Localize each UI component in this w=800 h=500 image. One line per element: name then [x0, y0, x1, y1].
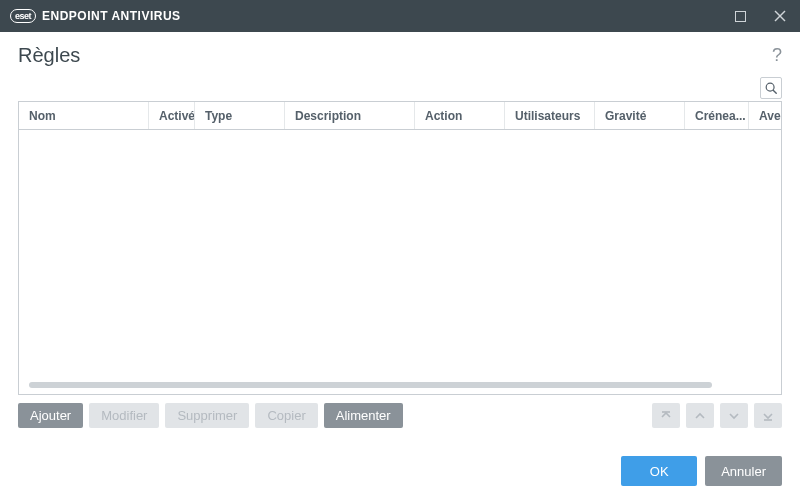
scrollbar-thumb[interactable] — [29, 382, 712, 388]
window-maximize-button[interactable] — [720, 0, 760, 32]
add-button[interactable]: Ajouter — [18, 403, 83, 428]
feed-button[interactable]: Alimenter — [324, 403, 403, 428]
column-header[interactable]: Type — [195, 102, 285, 129]
horizontal-scrollbar[interactable] — [29, 382, 771, 390]
move-down-button — [720, 403, 748, 428]
column-header[interactable]: Utilisateurs — [505, 102, 595, 129]
page-title: Règles — [18, 44, 80, 67]
column-header[interactable]: Activé — [149, 102, 195, 129]
cancel-button[interactable]: Annuler — [705, 456, 782, 486]
svg-line-4 — [773, 90, 776, 93]
move-top-button — [652, 403, 680, 428]
chevron-up-icon — [693, 409, 707, 423]
close-icon — [774, 10, 786, 22]
column-header[interactable]: Action — [415, 102, 505, 129]
column-header[interactable]: Avertir l'utilisateur — [749, 102, 782, 129]
maximize-icon — [735, 11, 746, 22]
move-bottom-button — [754, 403, 782, 428]
column-header[interactable]: Description — [285, 102, 415, 129]
svg-rect-0 — [735, 11, 745, 21]
column-header[interactable]: Gravité — [595, 102, 685, 129]
move-up-button — [686, 403, 714, 428]
chevron-bottom-icon — [761, 409, 775, 423]
search-icon — [764, 81, 778, 95]
search-button[interactable] — [760, 77, 782, 99]
column-header[interactable]: Crénea... — [685, 102, 749, 129]
action-toolbar: Ajouter Modifier Supprimer Copier Alimen… — [18, 403, 782, 428]
app-brand: eset ENDPOINT ANTIVIRUS — [10, 9, 181, 23]
help-button[interactable]: ? — [772, 45, 782, 66]
titlebar: eset ENDPOINT ANTIVIRUS — [0, 0, 800, 32]
help-icon: ? — [772, 45, 782, 65]
table-header: NomActivéTypeDescriptionActionUtilisateu… — [19, 102, 781, 130]
edit-button: Modifier — [89, 403, 159, 428]
column-header[interactable]: Nom — [19, 102, 149, 129]
table-body — [19, 130, 781, 374]
brand-logo: eset — [10, 9, 36, 23]
chevron-top-icon — [659, 409, 673, 423]
window-close-button[interactable] — [760, 0, 800, 32]
rules-table: NomActivéTypeDescriptionActionUtilisateu… — [18, 101, 782, 395]
copy-button: Copier — [255, 403, 317, 428]
chevron-down-icon — [727, 409, 741, 423]
app-name: ENDPOINT ANTIVIRUS — [42, 9, 181, 23]
dialog-footer: OK Annuler — [18, 438, 782, 486]
delete-button: Supprimer — [165, 403, 249, 428]
ok-button[interactable]: OK — [621, 456, 697, 486]
